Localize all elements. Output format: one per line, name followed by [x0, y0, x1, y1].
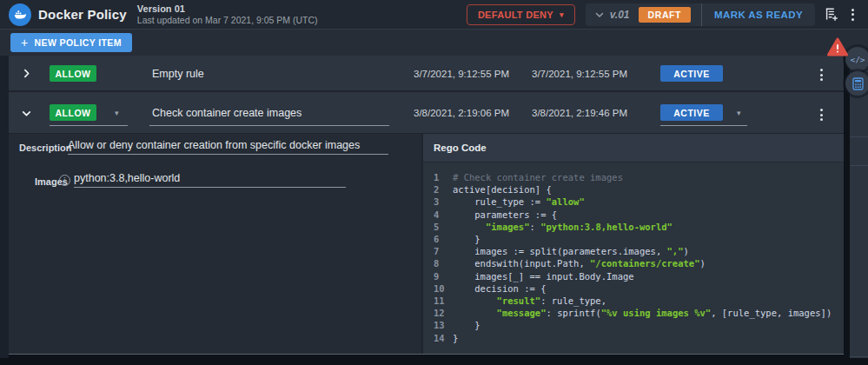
code-line: 5 "images": "python:3.8,hello-world" — [434, 221, 844, 233]
name-underline — [149, 125, 389, 126]
line-number: 5 — [434, 221, 453, 233]
version-selector-group: v.01 DRAFT MARK AS READY — [586, 3, 815, 26]
code-line: 6 } — [434, 233, 844, 245]
line-number: 6 — [434, 233, 453, 245]
line-number: 13 — [434, 319, 453, 331]
default-deny-dropdown[interactable]: DEFAULT DENY ▾ — [467, 4, 575, 25]
line-number: 3 — [434, 196, 453, 208]
code-line: 3 rule_type := "allow" — [434, 196, 844, 208]
images-input[interactable]: python:3.8,hello-world — [74, 172, 346, 188]
row-kebab-menu-icon[interactable] — [817, 65, 826, 84]
code-line: 11 "result": rule_type, — [434, 295, 844, 307]
line-number: 10 — [434, 282, 453, 295]
rule-type-badge: ALLOW — [50, 65, 96, 82]
caret-down-icon: ▾ — [560, 10, 564, 19]
rule-type-select[interactable]: ALLOW — [50, 104, 96, 121]
policy-item-name: Empty rule — [152, 68, 204, 80]
line-number: 9 — [434, 270, 453, 282]
policy-item-name-input[interactable]: Check container create images — [152, 107, 301, 119]
updated-timestamp: 3/8/2021, 2:19:46 PM — [510, 108, 649, 118]
warning-triangle-icon — [827, 37, 848, 60]
chevron-right-icon[interactable] — [21, 68, 32, 79]
app-header: Docker Policy Version 01 Last updated on… — [0, 0, 868, 29]
version-label: Version 01 — [137, 3, 318, 15]
caret-down-icon[interactable]: ▾ — [737, 109, 741, 117]
code-line: 12 "message": sprintf("%v using images %… — [434, 307, 844, 319]
new-policy-item-label: NEW POLICY ITEM — [35, 37, 122, 48]
line-number: 4 — [434, 209, 453, 221]
code-line: 10 decision := { — [434, 282, 844, 295]
code-line: 2active[decision] { — [434, 183, 844, 196]
code-line: 8 endswith(input.Path, "/containers/crea… — [434, 257, 844, 269]
rego-code-lines[interactable]: 1# Check container create images2active[… — [423, 163, 844, 344]
code-line: 14} — [434, 332, 844, 344]
status-select[interactable]: ACTIVE — [660, 104, 723, 121]
chevron-down-icon[interactable] — [594, 10, 605, 20]
policy-toolbar: + NEW POLICY ITEM — [0, 29, 868, 56]
status-underline — [660, 125, 747, 126]
right-edge-panel — [850, 56, 868, 358]
draft-badge: DRAFT — [639, 7, 692, 23]
rule-type-underline — [50, 125, 128, 126]
line-number: 2 — [434, 183, 453, 196]
version-block: Version 01 Last updated on Mar 7 2021, 9… — [137, 3, 318, 26]
info-icon: i — [59, 175, 70, 186]
mark-as-ready-button[interactable]: MARK AS READY — [702, 10, 815, 20]
policy-item-row-check-container[interactable]: ALLOW ▾ Check container create images 3/… — [9, 92, 844, 134]
page-title: Docker Policy — [38, 7, 127, 22]
chevron-down-icon[interactable] — [21, 108, 32, 119]
calculator-button[interactable] — [845, 71, 868, 96]
line-number: 12 — [434, 307, 453, 319]
docker-logo-icon — [9, 3, 31, 26]
detail-form: Description Allow or deny container crea… — [9, 134, 423, 354]
line-number: 14 — [434, 332, 453, 344]
version-number[interactable]: v.01 — [610, 9, 630, 21]
code-view-button[interactable]: </> — [845, 47, 868, 71]
line-number: 11 — [434, 295, 453, 307]
rego-code-panel: Rego Code 1# Check container create imag… — [423, 134, 844, 354]
header-kebab-menu-icon[interactable] — [848, 5, 858, 24]
policy-item-detail: Description Allow or deny container crea… — [9, 134, 844, 355]
left-edge-strip — [0, 56, 9, 358]
last-updated-label: Last updated on Mar 7 2021, 9:05 PM (UTC… — [137, 15, 318, 26]
line-number: 8 — [434, 257, 453, 269]
copy-policy-plus-icon[interactable] — [824, 7, 839, 23]
line-number: 1 — [434, 171, 453, 183]
code-line: 13 } — [434, 319, 844, 331]
rego-code-title: Rego Code — [423, 134, 844, 163]
line-number: 7 — [434, 245, 453, 257]
code-line: 9 images[_] == input.Body.Image — [434, 270, 844, 282]
caret-down-icon[interactable]: ▾ — [115, 109, 119, 117]
plus-icon: + — [21, 36, 29, 50]
code-line: 4 parameters := { — [434, 209, 844, 221]
description-label: Description — [19, 143, 72, 153]
default-deny-label: DEFAULT DENY — [478, 10, 553, 20]
new-policy-item-button[interactable]: + NEW POLICY ITEM — [10, 33, 132, 52]
row-kebab-menu-icon[interactable] — [817, 105, 826, 124]
status-badge: ACTIVE — [660, 65, 723, 82]
code-line: 1# Check container create images — [434, 171, 844, 183]
policy-items-panel: ALLOW Empty rule 3/7/2021, 9:12:55 PM 3/… — [0, 56, 868, 365]
policy-item-row-empty-rule[interactable]: ALLOW Empty rule 3/7/2021, 9:12:55 PM 3/… — [9, 56, 844, 92]
code-line: 7 images := split(parameters.images, ","… — [434, 245, 844, 257]
description-input[interactable]: Allow or deny container creation from sp… — [68, 139, 388, 155]
updated-timestamp: 3/7/2021, 9:12:55 PM — [510, 69, 649, 79]
